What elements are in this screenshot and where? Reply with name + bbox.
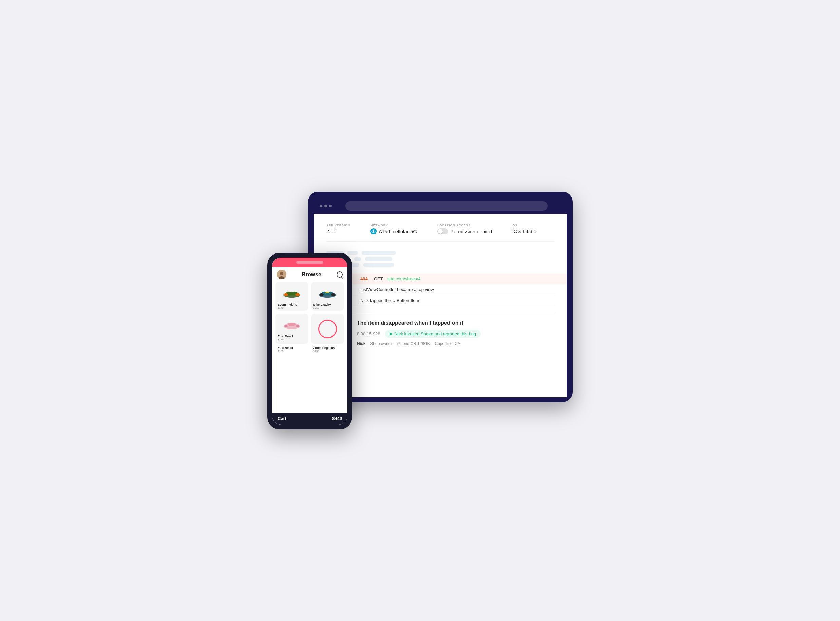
phone-item-3[interactable]: Epic React $189	[275, 314, 309, 344]
phone-nav: Browse	[272, 267, 347, 282]
tablet-header	[314, 198, 566, 214]
tablet-dot-1	[319, 204, 322, 208]
phone-item-name-2: Nike Gravity	[311, 302, 344, 306]
skeleton-bar	[354, 257, 361, 261]
network-label: NETWORK	[371, 224, 417, 227]
svg-point-8	[319, 293, 324, 296]
phone-item-price-1: $149	[275, 306, 309, 311]
tablet-url-bar[interactable]	[345, 201, 548, 211]
skeleton-row-2	[326, 257, 554, 261]
os-value: iOS 13.3.1	[512, 229, 536, 234]
bug-time-event: 8:00:15.928 Nick invoked Shake and repor…	[357, 330, 554, 338]
phone-avatar	[277, 270, 286, 279]
location-value: Permission denied	[437, 229, 492, 235]
bug-meta-device: iPhone XR 128GB	[397, 341, 430, 346]
phone-footer: Cart $449	[272, 413, 347, 424]
skeleton-section	[326, 251, 554, 267]
skeleton-bar	[365, 257, 392, 261]
phone-screen: Browse Zoom Flyknit $149	[272, 257, 347, 424]
phone-item-name-4b: Zoom Pegasus	[311, 345, 344, 350]
log-row-2: 8:00:07.537 ListViewController became a …	[326, 284, 554, 295]
play-icon	[390, 332, 392, 336]
phone-grid: Zoom Flyknit $149 Nike Gravity	[272, 282, 347, 344]
phone-status-bar	[272, 257, 347, 267]
phone-item-price-4b: $159	[311, 350, 344, 354]
app-version-item: APP VERSION 2.11	[326, 224, 350, 235]
tablet-dot-3	[329, 204, 332, 208]
phone-status-pill	[296, 261, 323, 264]
shake-event-text: Nick invoked Shake and reported this bug	[395, 331, 476, 336]
phone-item-price-2: $219	[311, 306, 344, 311]
app-version-value: 2.11	[326, 229, 350, 234]
phone-footer-label: Cart	[277, 416, 286, 421]
scene: APP VERSION 2.11 NETWORK AT&T cellular 5…	[267, 192, 573, 429]
bug-meta-role: Shop owner	[370, 341, 392, 346]
phone-item-name-1: Zoom Flyknit	[275, 302, 309, 306]
phone: Browse Zoom Flyknit $149	[267, 253, 352, 429]
svg-point-9	[331, 293, 335, 296]
network-text: AT&T cellular 5G	[378, 229, 417, 235]
svg-point-5	[284, 293, 288, 296]
network-item: NETWORK AT&T cellular 5G	[371, 224, 417, 235]
location-label: LOCATION ACCESS	[437, 224, 492, 227]
bug-card: Browse The ite	[326, 313, 554, 357]
phone-item-name-3b: Epic React	[275, 345, 309, 350]
skeleton-row-3	[326, 264, 554, 267]
svg-point-6	[295, 293, 300, 296]
log-status: 404	[360, 276, 374, 281]
phone-item-price-3: $189	[275, 338, 309, 342]
phone-item-4[interactable]	[311, 314, 344, 344]
phone-item-1[interactable]: Zoom Flyknit $149	[275, 282, 309, 311]
bug-meta-location: Cupertino, CA	[434, 341, 460, 346]
phone-item-name-3: Epic React	[275, 334, 309, 338]
search-icon[interactable]	[336, 271, 343, 277]
os-label: OS	[512, 224, 536, 227]
svg-point-13	[296, 325, 299, 327]
location-item: LOCATION ACCESS Permission denied	[437, 224, 492, 235]
phone-item-img-2	[311, 282, 344, 302]
bug-timestamp: 8:00:15.928	[357, 331, 380, 336]
svg-point-12	[284, 325, 288, 327]
log-method: GET	[374, 276, 387, 281]
phone-item-price-3b: $189	[275, 350, 309, 354]
log-url: site.com/shoes/4	[387, 276, 421, 281]
skeleton-bar	[347, 251, 357, 254]
log-section: 8:00:05.041 404 GET site.com/shoes/4 8:0…	[326, 274, 554, 306]
bug-meta-user: Nick	[357, 341, 365, 346]
tablet-dot-2	[324, 204, 327, 208]
svg-point-11	[288, 323, 296, 326]
phone-footer-price: $449	[332, 416, 342, 421]
skeleton-row-1	[326, 251, 554, 254]
bug-title: The item disappeared when I tapped on it	[357, 320, 554, 326]
phone-item-2[interactable]: Nike Gravity $219	[311, 282, 344, 311]
phone-circle-4	[318, 320, 337, 338]
phone-item-img-3	[275, 314, 309, 334]
svg-point-2	[280, 272, 283, 275]
os-item: OS iOS 13.3.1	[512, 224, 536, 235]
att-icon	[371, 229, 377, 235]
shake-badge: Nick invoked Shake and reported this bug	[385, 330, 481, 338]
skeleton-bar	[362, 251, 396, 254]
skeleton-bar	[363, 264, 394, 267]
network-value: AT&T cellular 5G	[371, 229, 417, 235]
phone-item-img-1	[275, 282, 309, 302]
app-info-row: APP VERSION 2.11 NETWORK AT&T cellular 5…	[326, 224, 554, 242]
location-text: Permission denied	[450, 229, 492, 235]
log-desc-2: ListViewController became a top view	[360, 287, 434, 292]
bug-meta: Nick Shop owner iPhone XR 128GB Cupertin…	[357, 341, 554, 346]
log-row-3: 8:00:11.705 Nick tapped the UIButton Ite…	[326, 295, 554, 306]
phone-title: Browse	[301, 271, 321, 277]
log-desc-3: Nick tapped the UIButton Item	[360, 298, 419, 303]
bug-info: The item disappeared when I tapped on it…	[357, 320, 554, 346]
location-toggle[interactable]	[437, 229, 448, 235]
phone-item-names-bottom: Epic React $189 Zoom Pegasus $159	[272, 344, 347, 354]
app-version-label: APP VERSION	[326, 224, 350, 227]
tablet-dots	[319, 204, 332, 208]
